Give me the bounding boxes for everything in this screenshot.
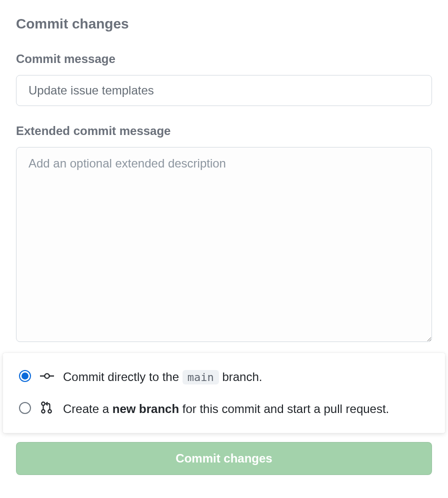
commit-message-input[interactable] (16, 75, 432, 106)
commit-target-panel: Commit directly to the main branch. Crea… (3, 353, 445, 433)
radio-direct-text: Commit directly to the main branch. (63, 368, 262, 386)
radio-new-branch-text: Create a new branch for this commit and … (63, 400, 389, 418)
extended-message-label: Extended commit message (16, 124, 432, 138)
git-commit-icon (40, 369, 54, 383)
svg-point-0 (44, 374, 49, 378)
radio-commit-direct[interactable]: Commit directly to the main branch. (19, 364, 429, 390)
svg-point-5 (48, 410, 52, 413)
commit-message-label: Commit message (16, 52, 432, 66)
svg-point-4 (42, 410, 45, 413)
radio-new-branch[interactable]: Create a new branch for this commit and … (19, 396, 429, 422)
radio-indicator-unselected (19, 402, 31, 414)
svg-point-3 (42, 402, 45, 406)
radio-indicator-selected (19, 370, 31, 382)
extended-message-textarea[interactable] (16, 147, 432, 342)
commit-changes-button[interactable]: Commit changes (16, 442, 432, 475)
branch-chip: main (182, 370, 219, 384)
git-pull-request-icon (40, 401, 54, 415)
page-title: Commit changes (16, 16, 432, 32)
